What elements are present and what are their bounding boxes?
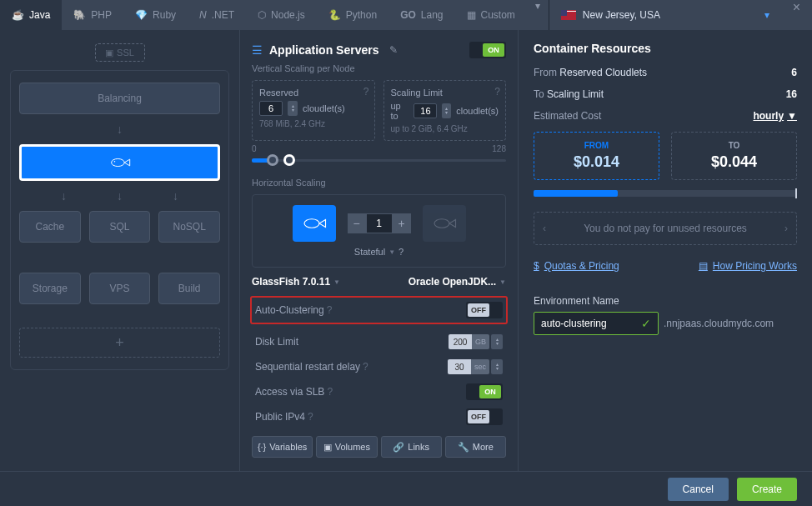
- dollar-icon: $: [534, 260, 539, 272]
- disk-input[interactable]: [449, 334, 472, 349]
- link-icon: 🔗: [393, 442, 404, 453]
- php-icon: 🐘: [73, 9, 86, 21]
- nosql-box[interactable]: NoSQL: [158, 211, 220, 243]
- tabs-overflow[interactable]: ▾: [527, 0, 549, 30]
- cancel-button[interactable]: Cancel: [668, 478, 729, 501]
- balancing-box[interactable]: Balancing: [19, 83, 220, 114]
- autocluster-row: Auto-Clustering? OFF: [252, 298, 506, 323]
- java-icon: ☕: [12, 9, 24, 21]
- hscaling-label: Horizontal Scaling: [252, 178, 506, 188]
- ruby-icon: 💎: [135, 9, 148, 21]
- chevron-right-icon[interactable]: ›: [784, 223, 788, 234]
- doc-icon: ▤: [699, 260, 708, 272]
- decrement-button[interactable]: −: [348, 213, 366, 233]
- stateful-dropdown[interactable]: Stateful ▼ ?: [354, 247, 403, 257]
- env-label: Environment Name: [534, 295, 797, 307]
- chevron-down-icon: ▾: [764, 9, 769, 21]
- add-layer-button[interactable]: +: [19, 328, 220, 358]
- help-icon[interactable]: ?: [363, 361, 368, 373]
- disk-row: Disk Limit GB▴▾: [252, 329, 506, 354]
- wrench-icon: 🔧: [458, 442, 469, 453]
- tab-ruby[interactable]: 💎Ruby: [123, 0, 188, 30]
- env-name-input[interactable]: [541, 318, 624, 329]
- env-name-field: ✓: [534, 312, 659, 335]
- ssl-chip[interactable]: ▣SSL: [95, 43, 145, 62]
- slider-thumb-reserved[interactable]: [267, 154, 278, 166]
- slb-toggle[interactable]: ON: [466, 383, 503, 400]
- env-domain: .nnjpaas.cloudmydc.com: [664, 318, 774, 329]
- seq-stepper[interactable]: ▴▾: [491, 359, 503, 374]
- arrow-down-icon: ↓: [173, 189, 178, 203]
- cost-unit-dropdown[interactable]: hourly ▼: [753, 110, 797, 122]
- usage-bar: [534, 190, 797, 197]
- slb-row: Access via SLB? ON: [252, 379, 506, 404]
- seq-input[interactable]: [448, 359, 471, 374]
- links-button[interactable]: 🔗Links: [381, 436, 442, 458]
- create-button[interactable]: Create: [737, 478, 797, 501]
- arrow-down-icon: ↓: [117, 189, 123, 203]
- stack-dropdown[interactable]: GlassFish 7.0.11 ▼: [252, 276, 340, 288]
- tab-nodejs[interactable]: ⬡Node.js: [246, 0, 317, 30]
- tab-java[interactable]: ☕Java: [0, 0, 62, 30]
- us-flag-icon: [561, 10, 576, 20]
- reserved-input[interactable]: [259, 101, 283, 116]
- build-box[interactable]: Build: [158, 273, 220, 304]
- reserved-card: ? Reserved ▴▾ cloudlet(s) 768 MiB, 2.4 G…: [252, 80, 375, 141]
- variables-button[interactable]: {·}Variables: [252, 436, 313, 458]
- reserved-stepper[interactable]: ▴▾: [288, 101, 298, 116]
- node-count-input[interactable]: [366, 213, 393, 233]
- pricing-link[interactable]: ▤How Pricing Works: [699, 260, 797, 272]
- volumes-button[interactable]: ▣Volumes: [316, 436, 377, 458]
- chevron-left-icon[interactable]: ‹: [543, 223, 546, 234]
- tab-go[interactable]: GOLang: [388, 0, 454, 30]
- slider-thumb-limit[interactable]: [283, 154, 295, 166]
- limit-stepper[interactable]: ▴▾: [442, 103, 451, 118]
- appserver-toggle[interactable]: ON: [469, 42, 506, 58]
- section-title: Application Servers: [269, 43, 379, 57]
- help-icon[interactable]: ?: [308, 411, 313, 423]
- tab-dotnet[interactable]: N.NET: [188, 0, 246, 30]
- svg-point-1: [113, 161, 115, 163]
- price-from-card: FROM$0.014: [534, 132, 659, 180]
- help-icon[interactable]: ?: [327, 386, 333, 398]
- appserver-box[interactable]: [19, 144, 220, 181]
- tab-custom[interactable]: ▦Custom: [455, 0, 527, 30]
- increment-button[interactable]: +: [393, 213, 411, 233]
- close-button[interactable]: ×: [781, 0, 812, 30]
- cloudlet-slider[interactable]: 0128: [252, 154, 506, 166]
- tab-php[interactable]: 🐘PHP: [62, 0, 123, 30]
- fish-icon: [109, 157, 131, 168]
- sql-box[interactable]: SQL: [89, 211, 151, 243]
- node-dim[interactable]: [423, 205, 466, 242]
- ipv4-toggle[interactable]: OFF: [466, 408, 503, 425]
- node-active[interactable]: [293, 205, 336, 242]
- nodejs-icon: ⬡: [258, 9, 266, 21]
- info-strip: ‹ You do not pay for unused resources ›: [534, 212, 797, 245]
- help-icon[interactable]: ?: [363, 86, 369, 98]
- help-icon[interactable]: ?: [494, 86, 500, 98]
- lang-tabs: ☕Java 🐘PHP 💎Ruby N.NET ⬡Node.js 🐍Python …: [0, 0, 812, 30]
- edit-icon[interactable]: ✎: [389, 44, 398, 56]
- hamburger-icon: ☰: [252, 43, 263, 57]
- limit-input[interactable]: [414, 103, 437, 118]
- more-button[interactable]: 🔧More: [445, 436, 506, 458]
- dotnet-icon: N: [199, 9, 207, 21]
- svg-point-2: [304, 219, 319, 228]
- disk-stepper[interactable]: ▴▾: [491, 334, 503, 349]
- region-selector[interactable]: New Jersey, USA ▾: [549, 0, 781, 30]
- python-icon: 🐍: [328, 9, 341, 21]
- storage-box[interactable]: Storage: [19, 273, 81, 304]
- arrow-down-icon: ↓: [61, 189, 67, 203]
- ipv4-row: Public IPv4? OFF: [252, 404, 506, 429]
- check-icon: ✓: [641, 317, 651, 330]
- vps-box[interactable]: VPS: [89, 273, 151, 304]
- jdk-dropdown[interactable]: Oracle OpenJDK... ▼: [409, 276, 506, 288]
- custom-icon: ▦: [467, 9, 476, 21]
- resources-title: Container Resources: [534, 42, 797, 55]
- tab-python[interactable]: 🐍Python: [317, 0, 388, 30]
- folder-icon: ▣: [323, 442, 332, 453]
- autocluster-toggle[interactable]: OFF: [466, 302, 503, 318]
- help-icon[interactable]: ?: [327, 304, 333, 316]
- cache-box[interactable]: Cache: [19, 211, 81, 243]
- quotas-link[interactable]: $Quotas & Pricing: [534, 260, 619, 272]
